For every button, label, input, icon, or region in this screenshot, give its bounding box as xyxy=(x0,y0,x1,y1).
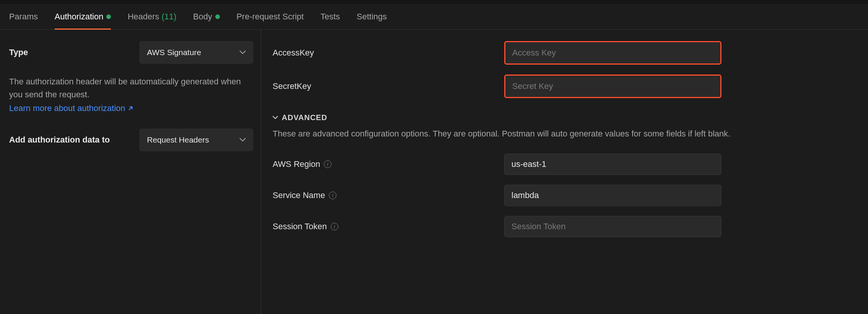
tab-label: Params xyxy=(9,12,38,22)
type-row: Type AWS Signature xyxy=(9,41,253,64)
chevron-down-icon xyxy=(240,138,246,142)
auth-config-panel: Type AWS Signature The authorization hea… xyxy=(0,30,261,314)
service-label: Service Name i xyxy=(273,190,504,200)
region-label-text: AWS Region xyxy=(273,159,320,169)
auth-type-select[interactable]: AWS Signature xyxy=(139,41,253,64)
info-icon[interactable]: i xyxy=(331,223,338,230)
token-label: Session Token i xyxy=(273,222,504,232)
advanced-description: These are advanced configuration options… xyxy=(273,127,859,140)
service-input[interactable] xyxy=(504,185,721,206)
main-content: Type AWS Signature The authorization hea… xyxy=(0,30,868,314)
auth-fields-panel: AccessKey SecretKey ADVANCED These are a… xyxy=(261,30,868,314)
tab-label: Authorization xyxy=(55,12,103,22)
accesskey-row: AccessKey xyxy=(273,41,859,65)
tab-label: Body xyxy=(193,12,212,22)
tab-params[interactable]: Params xyxy=(9,4,38,29)
tab-settings[interactable]: Settings xyxy=(357,4,387,29)
accesskey-input[interactable] xyxy=(504,41,721,65)
secretkey-input[interactable] xyxy=(504,75,721,98)
info-icon[interactable]: i xyxy=(324,160,331,168)
tab-tests[interactable]: Tests xyxy=(320,4,340,29)
service-label-text: Service Name xyxy=(273,190,325,200)
token-input[interactable] xyxy=(504,216,721,237)
advanced-toggle[interactable]: ADVANCED xyxy=(273,113,859,122)
add-to-row: Add authorization data to Request Header… xyxy=(9,128,253,151)
info-icon[interactable]: i xyxy=(329,192,336,199)
add-to-select[interactable]: Request Headers xyxy=(139,128,253,151)
tab-label: Settings xyxy=(357,12,387,22)
region-input[interactable] xyxy=(504,154,721,175)
token-label-text: Session Token xyxy=(273,222,327,232)
tab-label: Tests xyxy=(320,12,340,22)
tab-authorization[interactable]: Authorization xyxy=(55,4,111,29)
top-bar xyxy=(0,0,868,4)
request-tabs: Params Authorization Headers (11) Body P… xyxy=(0,4,868,30)
headers-count: (11) xyxy=(161,12,176,22)
chevron-down-icon xyxy=(240,51,246,54)
advanced-header-label: ADVANCED xyxy=(282,113,327,122)
add-to-label: Add authorization data to xyxy=(9,135,110,145)
secretkey-label: SecretKey xyxy=(273,81,504,91)
tab-label: Headers xyxy=(128,12,159,22)
learn-more-link[interactable]: Learn more about authorization xyxy=(9,103,134,113)
chevron-down-icon xyxy=(273,116,278,119)
tab-body[interactable]: Body xyxy=(193,4,220,29)
tab-prerequest[interactable]: Pre-request Script xyxy=(237,4,304,29)
accesskey-label: AccessKey xyxy=(273,48,504,58)
token-row: Session Token i xyxy=(273,216,859,237)
status-dot-icon xyxy=(215,14,220,19)
region-label: AWS Region i xyxy=(273,159,504,169)
tab-headers[interactable]: Headers (11) xyxy=(128,4,176,29)
select-value: Request Headers xyxy=(147,135,209,144)
status-dot-icon xyxy=(106,14,111,19)
external-link-icon xyxy=(128,105,134,111)
tab-label: Pre-request Script xyxy=(237,12,304,22)
region-row: AWS Region i xyxy=(273,154,859,175)
secretkey-row: SecretKey xyxy=(273,75,859,98)
link-text: Learn more about authorization xyxy=(9,103,125,113)
auth-description: The authorization header will be automat… xyxy=(9,75,248,101)
select-value: AWS Signature xyxy=(147,48,201,57)
service-row: Service Name i xyxy=(273,185,859,206)
type-label: Type xyxy=(9,48,28,57)
